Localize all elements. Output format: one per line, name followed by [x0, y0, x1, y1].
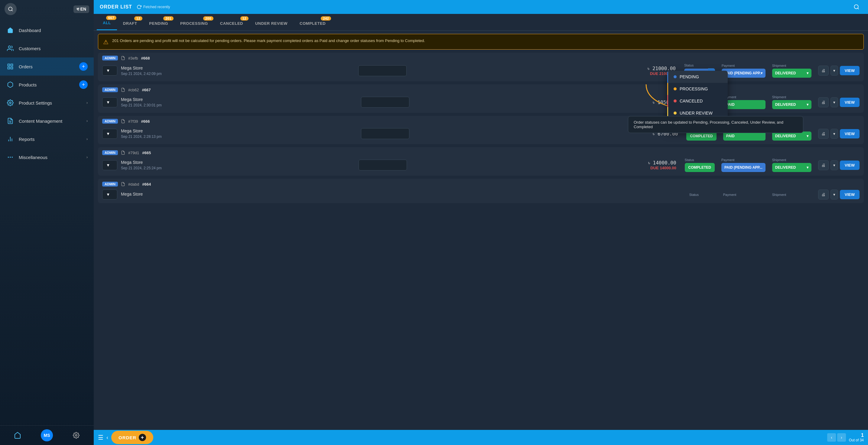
language-selector[interactable]: বা EN: [73, 5, 89, 13]
tab-pending[interactable]: 201 PENDING: [143, 14, 174, 30]
home-bottom-btn[interactable]: [12, 430, 23, 441]
payment-section: Payment PAID: [723, 95, 766, 109]
status-label: Status: [689, 193, 716, 196]
settings-icon: [6, 99, 14, 107]
order-header: ADMIN #dabd #664: [98, 179, 864, 190]
sidebar-top: বা EN: [0, 0, 94, 18]
tabs-bar: 667 ALL 12 DRAFT 201 PENDING 200 PROCESS…: [94, 14, 868, 31]
payment-btn[interactable]: PAID (PENDING APP...: [721, 163, 766, 172]
shipment-section: Shipment: [772, 193, 811, 196]
action-btns: 🖨 ▾ VIEW: [818, 129, 860, 139]
view-btn[interactable]: VIEW: [840, 161, 860, 170]
tab-draft[interactable]: 12 DRAFT: [117, 14, 143, 30]
payment-btn[interactable]: PAID (PENDING APP.▾: [722, 69, 766, 78]
sidebar-item-dashboard[interactable]: Dashboard: [0, 21, 94, 39]
action-btns: 🖨 ▾ VIEW: [818, 97, 860, 107]
order-store-info: Mega Store: [121, 192, 402, 198]
more-btn[interactable]: ▾: [831, 66, 838, 75]
sidebar-item-content-management[interactable]: Content Management ›: [0, 112, 94, 130]
order-store-info: Mega Store Sep 21 2024, 2:42:09 pm: [121, 66, 354, 76]
settings-bottom-btn[interactable]: [71, 430, 82, 441]
order-amount-section: ৳ 14000.00 DUE 14000.00: [648, 160, 676, 170]
chevron-right-icon: ›: [87, 119, 88, 123]
pagination-info: 1 Out of 34: [849, 433, 864, 442]
order-note-input[interactable]: [361, 128, 409, 139]
sidebar-item-orders[interactable]: Orders +: [0, 58, 94, 75]
svg-rect-3: [8, 64, 10, 66]
print-btn[interactable]: 🖨: [818, 97, 829, 107]
print-btn[interactable]: 🖨: [818, 66, 829, 75]
products-add-btn[interactable]: +: [79, 81, 88, 89]
print-btn[interactable]: 🖨: [818, 129, 829, 139]
view-btn[interactable]: VIEW: [840, 129, 860, 138]
sidebar-item-customers[interactable]: Customers: [0, 39, 94, 58]
view-btn[interactable]: VIEW: [840, 190, 860, 199]
dropdown-item-processing[interactable]: PROCESSING: [667, 83, 728, 95]
chevron-right-icon: ›: [87, 101, 88, 105]
orders-add-btn[interactable]: +: [79, 62, 88, 71]
tab-all[interactable]: 667 ALL: [97, 14, 117, 30]
dot-pending: [674, 75, 677, 78]
tab-draft-badge: 12: [134, 16, 143, 21]
tab-under-review[interactable]: UNDER REVIEW: [249, 14, 293, 30]
order-note-input[interactable]: [361, 97, 409, 107]
sidebar-item-product-settings[interactable]: Product Settings ›: [0, 94, 94, 112]
back-btn[interactable]: ‹: [106, 435, 108, 441]
reports-icon: [6, 135, 14, 143]
dropdown-item-label: UNDER REVIEW: [680, 110, 713, 116]
more-btn[interactable]: ▾: [831, 129, 838, 139]
sidebar-search-btn[interactable]: [4, 3, 17, 15]
order-icon: [121, 119, 125, 123]
payment-btn[interactable]: PAID: [723, 100, 766, 109]
payment-label: Payment: [721, 158, 766, 162]
dropdown-item-label: PROCESSING: [680, 87, 708, 91]
new-order-btn[interactable]: ORDER +: [111, 431, 153, 444]
shipment-btn[interactable]: DELIVERED ▾: [772, 163, 811, 172]
order-body: ▼ Mega Store Sep 21 2024, 2:30:01 pm ৳ 1…: [98, 95, 864, 113]
header-search-btn[interactable]: [851, 1, 862, 12]
shipment-text: DELIVERED: [775, 165, 796, 169]
order-note-input[interactable]: [358, 65, 407, 76]
dropdown-item-canceled[interactable]: CANCELED: [667, 95, 728, 107]
print-btn[interactable]: 🖨: [818, 160, 829, 170]
dot-under-review: [674, 112, 677, 115]
order-select-btn[interactable]: ▼: [102, 160, 117, 170]
order-date: Sep 21 2024, 2:42:09 pm: [121, 72, 354, 76]
order-due: DUE 14000.00: [648, 166, 676, 170]
shipment-btn[interactable]: DELIVERED ▾: [772, 69, 811, 78]
sidebar-item-miscellaneous[interactable]: Miscellaneous ›: [0, 148, 94, 166]
more-btn[interactable]: ▾: [831, 160, 838, 170]
svg-rect-5: [11, 67, 13, 69]
order-note-input[interactable]: [359, 160, 407, 170]
order-btn-plus-icon: +: [139, 434, 146, 441]
dropdown-item-pending[interactable]: PENDING: [667, 71, 728, 83]
order-select-btn[interactable]: ▼: [102, 97, 117, 107]
more-btn[interactable]: ▾: [831, 97, 838, 107]
order-id-short: #cb62: [128, 88, 139, 92]
order-select-btn[interactable]: ▼: [102, 190, 117, 199]
tab-completed[interactable]: 242 COMPLETED: [293, 14, 332, 30]
shipment-text: DELIVERED: [775, 71, 796, 75]
print-btn[interactable]: 🖨: [818, 190, 829, 199]
dropdown-item-label: PENDING: [680, 74, 699, 79]
prev-page-btn[interactable]: ‹: [827, 433, 836, 442]
svg-point-7: [9, 102, 11, 104]
view-btn[interactable]: VIEW: [840, 98, 860, 107]
order-select-btn[interactable]: ▼: [102, 129, 117, 139]
order-select-btn[interactable]: ▼: [102, 66, 117, 75]
payment-label: Payment: [722, 64, 766, 67]
view-btn[interactable]: VIEW: [840, 66, 860, 75]
shipment-btn[interactable]: DELIVERED ▾: [772, 100, 811, 109]
more-btn[interactable]: ▾: [831, 190, 838, 199]
tab-canceled[interactable]: 12 CANCELED: [214, 14, 249, 30]
avatar[interactable]: MS: [41, 429, 53, 441]
order-id-full: #664: [142, 182, 151, 187]
sidebar-item-products[interactable]: Products +: [0, 75, 94, 94]
pagination: ‹ ›: [827, 433, 846, 442]
sidebar-item-reports[interactable]: Reports ›: [0, 130, 94, 148]
status-btn[interactable]: COMPLETED: [685, 163, 715, 172]
hamburger-menu-btn[interactable]: ☰: [98, 434, 103, 441]
tab-processing[interactable]: 200 PROCESSING: [174, 14, 214, 30]
next-page-btn[interactable]: ›: [837, 433, 846, 442]
shipment-label: Shipment: [772, 95, 811, 99]
